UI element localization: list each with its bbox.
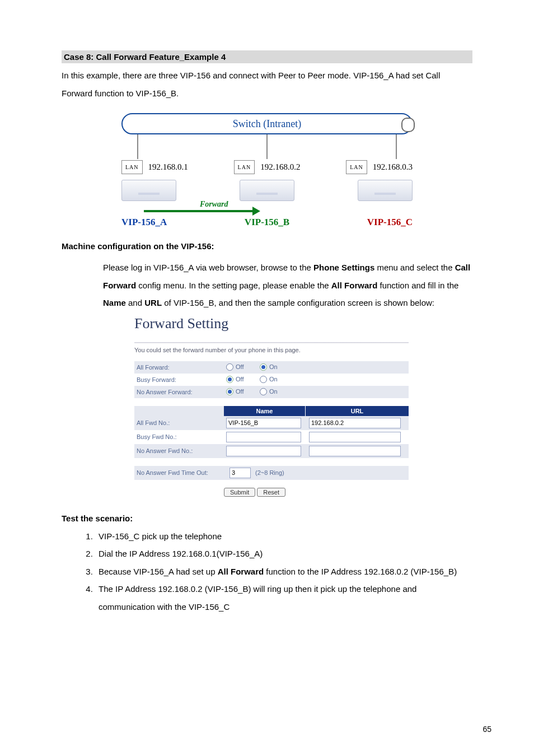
- busy-fwd-no-label: Busy Fwd No.:: [134, 433, 226, 440]
- device-a-name: VIP-156_A: [121, 217, 167, 228]
- noanswer-forward-on-radio[interactable]: [260, 388, 267, 395]
- text: menu and select the: [374, 263, 455, 272]
- url-bold: URL: [144, 298, 162, 307]
- all-forward-bold: All Forward: [331, 281, 378, 290]
- forward-table-header: Name URL: [134, 406, 409, 416]
- all-fwd-no-label: All Fwd No.:: [134, 419, 226, 426]
- off-text: Off: [236, 363, 243, 370]
- switch-label: Switch (Intranet): [233, 118, 301, 130]
- all-fwd-url-input[interactable]: [309, 418, 401, 428]
- noanswer-fwd-no-label: No Answer Fwd No.:: [134, 447, 226, 454]
- name-bold: Name: [103, 298, 126, 307]
- all-fwd-no-row: All Fwd No.:: [134, 416, 409, 430]
- noanswer-timeout-label: No Answer Fwd Time Out:: [134, 469, 229, 476]
- col-url: URL: [306, 406, 409, 416]
- text: and: [126, 298, 144, 307]
- off-text: Off: [236, 376, 243, 382]
- device-c-name: VIP-156_C: [367, 217, 413, 228]
- text: config menu. In the setting page, please…: [136, 281, 331, 290]
- scenario-list: VIP-156_C pick up the telephone Dial the…: [84, 528, 472, 616]
- all-forward-label: All Forward:: [134, 364, 226, 371]
- network-diagram: Switch (Intranet) LAN 192.168.0.1 LAN 19…: [121, 113, 413, 228]
- noanswer-timeout-hint: (2~8 Ring): [255, 469, 284, 476]
- ip-c: 192.168.0.3: [373, 162, 413, 172]
- text: of VIP-156_B, and then the sample config…: [162, 298, 434, 307]
- list-item: Dial the IP Address 192.168.0.1(VIP-156_…: [95, 545, 472, 563]
- device-b-name: VIP-156_B: [245, 217, 289, 228]
- busy-forward-row: Busy Forward: Off On: [134, 374, 409, 386]
- forward-setting-title: Forward Setting: [134, 315, 409, 332]
- phone-settings-bold: Phone Settings: [313, 263, 374, 272]
- device-a-icon: [121, 180, 176, 201]
- list-item: Because VIP-156_A had set up All Forward…: [95, 563, 472, 581]
- on-text: On: [269, 388, 278, 395]
- noanswer-forward-label: No Answer Forward:: [134, 389, 226, 395]
- forward-arrow-line: [144, 210, 253, 212]
- page-number: 65: [483, 725, 491, 734]
- text: Please log in VIP-156_A via web browser,…: [103, 263, 313, 272]
- busy-forward-off-radio[interactable]: [226, 376, 233, 383]
- cable-line: [266, 134, 268, 159]
- noanswer-fwd-no-row: No Answer Fwd No.:: [134, 444, 409, 458]
- lan-label: LAN: [121, 160, 143, 174]
- device-c-icon: [358, 180, 413, 201]
- ip-b: 192.168.0.2: [260, 162, 300, 172]
- intro-paragraph: In this example, there are three VIP-156…: [62, 67, 472, 102]
- noanswer-forward-off-radio[interactable]: [226, 388, 233, 395]
- noanswer-fwd-url-input[interactable]: [309, 446, 401, 456]
- noanswer-fwd-name-input[interactable]: [226, 446, 301, 456]
- col-name: Name: [224, 406, 306, 416]
- forward-setting-desc: You could set the forward number of your…: [134, 347, 409, 353]
- forward-arrow-head-icon: [252, 207, 260, 216]
- cable-line: [137, 134, 138, 159]
- all-forward-off-radio[interactable]: [226, 363, 233, 371]
- switch-box: Switch (Intranet): [121, 113, 413, 134]
- machine-config-heading: Machine configuration on the VIP-156:: [62, 241, 472, 251]
- on-text: On: [269, 376, 278, 382]
- forward-setting-screenshot: Forward Setting You could set the forwar…: [134, 315, 409, 497]
- reset-button[interactable]: Reset: [257, 488, 285, 497]
- forward-arrow-label: Forward: [200, 200, 228, 209]
- machine-config-paragraph: Please log in VIP-156_A via web browser,…: [103, 259, 472, 312]
- busy-forward-label: Busy Forward:: [134, 376, 226, 383]
- text: Because VIP-156_A had set up: [99, 567, 218, 576]
- noanswer-forward-row: No Answer Forward: Off On: [134, 386, 409, 398]
- all-forward-on-radio[interactable]: [260, 363, 267, 371]
- submit-button[interactable]: Submit: [224, 488, 255, 497]
- on-text: On: [269, 363, 278, 370]
- switch-plug-icon: [401, 118, 415, 132]
- section-title: Case 8: Call Forward Feature_Example 4: [62, 50, 472, 63]
- device-b-icon: [240, 180, 294, 201]
- text: function and fill in the: [377, 281, 458, 290]
- all-forward-bold: All Forward: [218, 567, 264, 576]
- list-item: The IP Address 192.168.0.2 (VIP-156_B) w…: [95, 580, 472, 615]
- lan-label: LAN: [234, 160, 255, 174]
- lan-label: LAN: [346, 160, 367, 174]
- busy-forward-on-radio[interactable]: [260, 376, 267, 383]
- noanswer-timeout-row: No Answer Fwd Time Out: (2~8 Ring): [134, 466, 409, 480]
- ip-a: 192.168.0.1: [148, 162, 188, 172]
- off-text: Off: [236, 388, 243, 395]
- divider: [134, 342, 409, 343]
- noanswer-timeout-input[interactable]: [229, 468, 251, 478]
- test-scenario-heading: Test the scenario:: [62, 514, 472, 523]
- busy-fwd-no-row: Busy Fwd No.:: [134, 430, 409, 444]
- busy-fwd-url-input[interactable]: [309, 432, 401, 442]
- busy-fwd-name-input[interactable]: [226, 432, 301, 442]
- all-forward-row: All Forward: Off On: [134, 361, 409, 374]
- list-item: VIP-156_C pick up the telephone: [95, 528, 472, 545]
- cable-line: [396, 134, 397, 159]
- text: function to the IP Address 192.168.0.2 (…: [264, 567, 457, 576]
- all-fwd-name-input[interactable]: [226, 418, 301, 428]
